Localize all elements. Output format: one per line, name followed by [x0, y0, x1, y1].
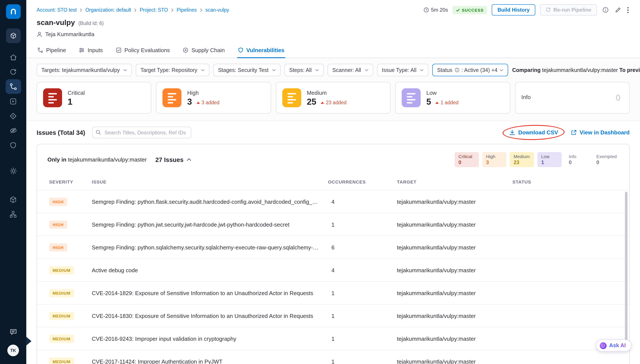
target: tejakummarikuntla/vulpy:master — [397, 198, 512, 205]
table-row[interactable]: MEDIUM CVE-2014-1829: Exposure of Sensit… — [37, 282, 629, 304]
chip-info: Info 0 — [565, 152, 589, 167]
build-history-button[interactable]: Build History — [492, 4, 535, 16]
pencil-icon — [615, 7, 620, 13]
download-icon — [510, 130, 515, 135]
sidebar-item-executions[interactable] — [6, 94, 21, 108]
filter-issue-type[interactable]: Issue Type: All — [377, 64, 429, 76]
table-row[interactable]: HIGH Semgrep Finding: python.flask.secur… — [37, 190, 629, 213]
tab-supply-chain[interactable]: Supply Chain — [182, 43, 226, 58]
severity-card-high: High 3 3 added — [156, 82, 271, 114]
table-row[interactable]: MEDIUM CVE-2016-9243: Improper input val… — [37, 328, 629, 350]
sidebar-item-pipelines[interactable] — [6, 79, 21, 94]
severity-label: Info — [521, 94, 530, 100]
severity-label: High — [187, 90, 219, 96]
severity-pill: MEDIUM — [49, 335, 74, 343]
chevron-right-icon — [171, 8, 174, 12]
search-icon — [96, 130, 101, 135]
filter-stages-label: Stages: Security Test — [218, 67, 269, 73]
duration: 5m 20s — [424, 7, 448, 13]
rerun-pipeline-button[interactable]: Re-run Pipeline — [540, 4, 597, 16]
main-content: Account: STO test Organization: default … — [26, 0, 640, 364]
issue-title: Semgrep Finding: python.sqlalchemy.secur… — [92, 244, 328, 250]
tab-vulnerabilities[interactable]: Vulnerabilities — [237, 43, 285, 58]
ask-ai-button[interactable]: Ask AI — [596, 340, 631, 352]
tab-pipeline[interactable]: Pipeline — [37, 43, 67, 58]
severity-pill: HIGH — [49, 198, 67, 206]
filter-scanner-label: Scanner: All — [332, 67, 361, 73]
table-row[interactable]: HIGH Semgrep Finding: python.jwt.securit… — [37, 213, 629, 236]
caret-up-icon — [435, 102, 439, 104]
sidebar-item-home[interactable] — [6, 50, 21, 64]
more-options-button[interactable] — [626, 6, 630, 14]
chevron-down-icon — [420, 69, 424, 71]
breadcrumb: Account: STO test Organization: default … — [37, 7, 229, 12]
module-selector-button[interactable] — [6, 28, 21, 43]
sliders-icon — [79, 48, 85, 53]
shield-icon — [10, 142, 17, 149]
severity-summary-row: Critical 1 — [26, 82, 640, 121]
issues-card: Only in tejakummarikuntla/vulpy:master 2… — [37, 144, 630, 364]
sidebar-item-test-targets[interactable] — [6, 123, 21, 138]
severity-count: 3 — [187, 97, 192, 106]
download-csv-button[interactable]: Download CSV — [510, 129, 558, 136]
view-in-dashboard-button[interactable]: View in Dashboard — [571, 129, 630, 136]
breadcrumb-pipelines[interactable]: Pipelines — [177, 7, 197, 12]
issues-title: Issues (Total 34) — [37, 129, 85, 136]
compare-info: Comparing tejakummarikuntla/vulpy:master… — [512, 67, 640, 73]
sidebar-item-settings[interactable] — [6, 164, 21, 178]
chevron-up-icon — [187, 158, 191, 161]
table-row[interactable]: MEDIUM Active debug code 4 tejakummariku… — [37, 259, 629, 282]
table-row[interactable]: MEDIUM CVE-2014-1830: Exposure of Sensit… — [37, 304, 629, 328]
filter-scanner[interactable]: Scanner: All — [328, 64, 373, 76]
edit-pipeline-button[interactable] — [614, 6, 621, 14]
breadcrumb-current[interactable]: scan-vulpy — [205, 7, 229, 12]
filters-section: Targets: tejakummarikuntla/vulpy Target … — [26, 58, 640, 121]
breadcrumb-account[interactable]: Account: STO test — [37, 7, 77, 12]
sidebar-item-security-orchestration[interactable] — [6, 138, 21, 152]
filter-target-type-label: Target Type: Repository — [141, 67, 197, 73]
filter-status[interactable]: Status : Active (34) +4 — [432, 64, 508, 76]
compare-target: tejakummarikuntla/vulpy:master — [542, 67, 618, 73]
sidebar-item-organizations[interactable] — [6, 207, 21, 222]
tab-inputs[interactable]: Inputs — [78, 43, 104, 58]
sync-icon — [10, 68, 17, 76]
scrollbar-thumb[interactable] — [625, 192, 627, 340]
sidebar-item-targets[interactable] — [6, 108, 21, 123]
severity-count: 1 — [68, 97, 73, 106]
breadcrumb-organization[interactable]: Organization: default — [85, 7, 131, 12]
filter-targets[interactable]: Targets: tejakummarikuntla/vulpy — [37, 64, 132, 76]
tab-policy-evaluations[interactable]: Policy Evaluations — [115, 43, 171, 58]
filter-target-type[interactable]: Target Type: Repository — [136, 64, 209, 76]
severity-added: 3 added — [196, 100, 219, 105]
filter-steps[interactable]: Steps: All — [284, 64, 324, 76]
group-target: tejakummarikuntla/vulpy:master — [68, 156, 147, 163]
severity-pill: MEDIUM — [49, 358, 74, 364]
chevron-right-icon — [80, 8, 82, 12]
search-input[interactable] — [92, 127, 191, 138]
checklist-icon — [116, 48, 121, 53]
harness-logo[interactable] — [6, 4, 21, 19]
table-row[interactable]: MEDIUM CVE-2017-11424: Improper Authenti… — [37, 350, 629, 364]
chip-critical: Critical 0 — [454, 152, 479, 167]
sidebar-expand-handle[interactable] — [26, 337, 32, 346]
sidebar-item-packages[interactable] — [6, 192, 21, 207]
tab-pipeline-label: Pipeline — [46, 47, 66, 54]
table-row[interactable]: HIGH Semgrep Finding: python.sqlalchemy.… — [37, 236, 629, 259]
severity-added: 1 added — [435, 100, 459, 105]
user-avatar[interactable]: TK — [7, 344, 19, 356]
author-name: Teja Kummarikuntla — [45, 31, 94, 38]
breadcrumb-project[interactable]: Project: STO — [140, 7, 168, 12]
ask-ai-label: Ask AI — [609, 342, 626, 348]
help-button[interactable] — [602, 6, 609, 14]
group-count-toggle[interactable]: 27 Issues — [155, 156, 191, 163]
sidebar-item-builds[interactable] — [6, 64, 21, 79]
caret-up-icon — [196, 102, 200, 104]
col-issue: ISSUE — [92, 179, 328, 184]
chat-support-button[interactable] — [6, 325, 21, 340]
gear-icon — [9, 167, 17, 175]
chevron-right-icon — [134, 8, 137, 12]
info-circle-icon — [454, 68, 459, 72]
filter-targets-label: Targets: tejakummarikuntla/vulpy — [41, 67, 120, 73]
filter-stages[interactable]: Stages: Security Test — [213, 64, 281, 76]
target: tejakummarikuntla/vulpy:master — [397, 312, 512, 319]
